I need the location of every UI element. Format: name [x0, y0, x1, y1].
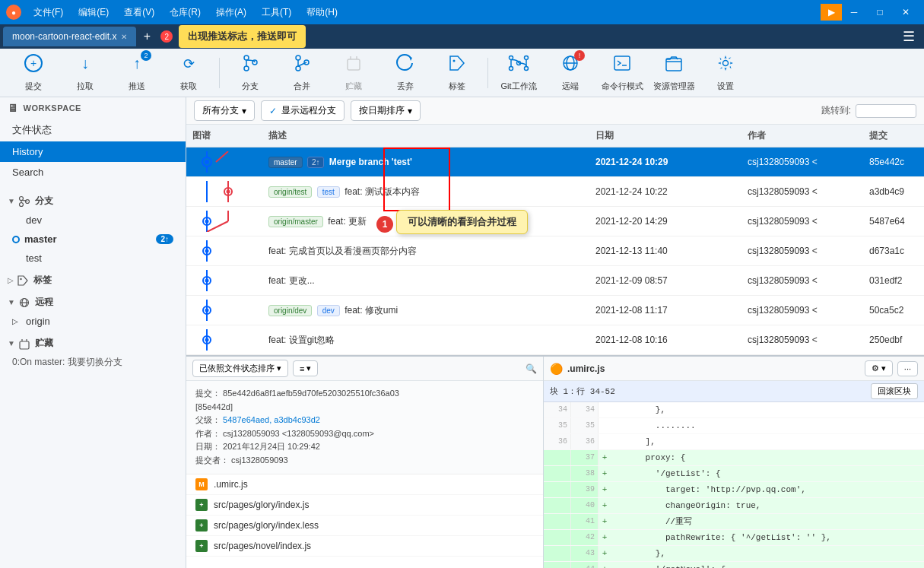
menu-bar: 文件(F) 编辑(E) 查看(V) 仓库(R) 操作(A) 工具(T) 帮助(H…	[27, 3, 344, 22]
commit-list-header: 图谱 描述 日期 作者 提交	[186, 125, 924, 148]
commit-row-1[interactable]: origin/test test feat: 测试版本内容 2021-12-24…	[186, 177, 924, 207]
commit-row-2[interactable]: origin/master feat: 更新 2021-12-20 14:29 …	[186, 207, 924, 236]
file-sort-button[interactable]: 已依照文件状态排序 ▾	[192, 360, 288, 377]
discard-button[interactable]: 丢弃	[381, 52, 430, 94]
terminal-button[interactable]: 命令行模式	[598, 52, 646, 94]
commit-parent-links[interactable]: 5487e64aed, a3db4c93d2	[223, 415, 320, 424]
menu-action[interactable]: 操作(A)	[210, 3, 252, 22]
new-tab-button[interactable]: +	[136, 26, 157, 47]
author-cell-4: csj1328059093 <	[741, 271, 863, 290]
graph-cell-3	[186, 236, 262, 265]
svg-rect-13	[348, 59, 360, 70]
menu-tools[interactable]: 工具(T)	[256, 3, 297, 22]
author-cell-0: csj1328059093 <	[741, 153, 863, 171]
jump-to-input[interactable]	[856, 104, 916, 118]
line-new-0: 34	[571, 402, 599, 417]
hamburger-menu[interactable]: ☰	[897, 25, 921, 48]
maximize-button[interactable]: □	[868, 2, 892, 23]
line-old-8	[544, 530, 571, 545]
file-name-0: .umirc.js	[214, 479, 248, 490]
branch-test[interactable]: test	[0, 249, 186, 268]
commit-row-6[interactable]: feat: 设置git忽略 2021-12-08 10:16 csj132805…	[186, 325, 924, 355]
desc-cell-4: feat: 更改...	[262, 271, 589, 291]
stash-button[interactable]: 贮藏	[329, 52, 378, 94]
menu-view[interactable]: 查看(V)	[118, 3, 160, 22]
minimize-button[interactable]: ─	[842, 2, 866, 23]
line-marker-10: +	[599, 562, 611, 568]
fetch-icon: ⟳	[179, 53, 198, 78]
branches-section[interactable]: ▼ 分支	[0, 189, 186, 211]
commit-button[interactable]: + 提交	[9, 52, 58, 94]
file-item-2[interactable]: + src/pages/glory/index.less	[186, 516, 543, 536]
commit-row-0[interactable]: master 2↑ Merge branch 'test' 2021-12-24…	[186, 148, 924, 177]
bottom-split: 已依照文件状态排序 ▾ ≡ ▾ 🔍 提交：	[186, 355, 924, 568]
sort-by-date-btn[interactable]: 按日期排序 ▾	[351, 100, 421, 121]
stash-item-0[interactable]: 0:On master: 我要切换分支	[0, 353, 186, 372]
commit-author-label: 作者：	[195, 429, 221, 438]
line-code-1: ........	[611, 418, 924, 433]
commit-row-5[interactable]: origin/dev dev feat: 修改umi 2021-12-08 11…	[186, 296, 924, 325]
merge-icon	[292, 53, 312, 78]
tab-close-icon[interactable]: ✕	[121, 33, 127, 41]
commit-committer-value: csj1328059093	[231, 455, 288, 465]
gitflow-button[interactable]: Git工作流	[494, 52, 543, 94]
svg-text:⟳: ⟳	[183, 56, 195, 71]
pull-icon: ↓	[75, 53, 95, 78]
explorer-button[interactable]: 资源管理器	[649, 52, 698, 94]
all-branches-dropdown[interactable]: 所有分支 ▾	[194, 100, 255, 121]
tag-button[interactable]: 标签	[433, 52, 481, 94]
svg-rect-27	[614, 56, 630, 70]
sidebar-item-search[interactable]: Search	[0, 162, 186, 182]
remote-section[interactable]: ▼ 远程	[0, 290, 186, 312]
branch-button[interactable]: 分支	[226, 52, 275, 94]
file-item-3[interactable]: + src/pages/novel/index.js	[186, 536, 543, 557]
diff-line-8: 42 + pathRewrite: { '^/getList': '' },	[544, 530, 924, 546]
diff-more-btn[interactable]: ···	[897, 361, 918, 376]
sidebar-item-history[interactable]: History	[0, 141, 186, 162]
push-button[interactable]: ↑ 2 推送	[113, 52, 161, 94]
rollback-chunk-btn[interactable]: 回滚区块	[871, 383, 918, 399]
active-tab[interactable]: moon-cartoon-react-edit.x ✕	[3, 27, 136, 46]
menu-edit[interactable]: 编辑(E)	[72, 3, 115, 22]
close-button[interactable]: ✕	[894, 2, 918, 23]
pull-button[interactable]: ↓ 拉取	[61, 52, 110, 94]
settings-button[interactable]: 设置	[701, 52, 750, 94]
line-marker-9: +	[599, 546, 611, 561]
line-code-4: '/getList': {	[611, 466, 924, 481]
remote-origin[interactable]: ▷ origin	[0, 312, 186, 331]
show-remote-btn[interactable]: ✓ 显示远程分支	[261, 100, 345, 121]
terminal-label: 命令行模式	[602, 81, 643, 92]
merge-button[interactable]: 合并	[278, 52, 326, 94]
hash-cell-3: d673a1c	[863, 242, 924, 260]
line-code-2: ],	[611, 434, 924, 449]
sidebar-item-file-status[interactable]: 文件状态	[0, 119, 186, 141]
file-list-view-button[interactable]: ≡ ▾	[293, 360, 318, 376]
menu-file[interactable]: 文件(F)	[27, 3, 69, 22]
branch-master[interactable]: master 2↑	[0, 230, 186, 249]
file-item-1[interactable]: + src/pages/glory/index.js	[186, 495, 543, 516]
commit-row-3[interactable]: feat: 完成首页以及看漫画页部分内容 2021-12-13 11:40 cs…	[186, 236, 924, 266]
stash-section[interactable]: ▼ 贮藏	[0, 331, 186, 353]
branch-test-label: test	[26, 252, 42, 264]
remote-button[interactable]: ! 远端	[546, 52, 595, 94]
commit-parent-line: 父级： 5487e64aed, a3db4c93d2	[195, 414, 534, 427]
commit-row-4[interactable]: feat: 更改... 2021-12-09 08:57 csj13280590…	[186, 266, 924, 296]
remote-title: 远程	[18, 296, 53, 309]
menu-repo[interactable]: 仓库(R)	[164, 3, 207, 22]
sidebar: 🖥 WORKSPACE 文件状态 History Search ▼ 分支 dev…	[0, 97, 186, 568]
push-icon: ↑ 2	[127, 53, 147, 78]
file-name-2: src/pages/glory/index.less	[214, 520, 319, 531]
notification-flag[interactable]: ▶	[821, 4, 842, 21]
file-item-0[interactable]: M .umirc.js	[186, 474, 543, 495]
branch-dev[interactable]: dev	[0, 211, 186, 230]
file-list-content: 提交： 85e442d6a8f1aefb59d70fe5203025510fc3…	[186, 381, 543, 568]
svg-point-5	[244, 56, 249, 60]
tags-section[interactable]: ▷ 标签	[0, 268, 186, 290]
separator-1	[219, 58, 220, 88]
file-search-icon[interactable]: 🔍	[526, 363, 537, 374]
menu-help[interactable]: 帮助(H)	[300, 3, 344, 22]
svg-point-6	[244, 66, 249, 71]
commit-author-value: csj1328059093 <1328059093@qq.com>	[223, 429, 374, 438]
fetch-button[interactable]: ⟳ 获取	[164, 52, 213, 94]
diff-settings-btn[interactable]: ⚙ ▾	[865, 360, 893, 376]
